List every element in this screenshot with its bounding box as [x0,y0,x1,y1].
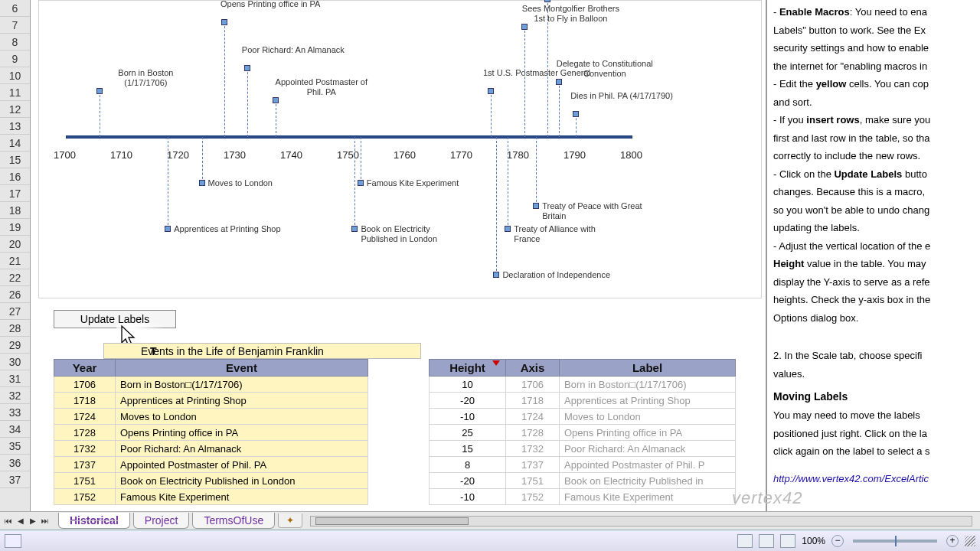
table-row[interactable]: 151732Poor Richard: An Almanack [430,441,736,457]
table-row[interactable]: 1737Appointed Postmaster of Phil. PA [54,457,368,473]
events-table[interactable]: Year Event 1706Born in Boston□(1/17/1706… [54,359,368,505]
table-row[interactable]: 251728Opens Printing office in PA [430,425,736,441]
row-header[interactable]: 37 [0,471,30,488]
row-header[interactable]: 31 [0,370,30,387]
row-header[interactable]: 17 [0,185,30,202]
row-header[interactable]: 11 [0,84,30,101]
event-marker[interactable] [199,180,205,186]
horizontal-scrollbar[interactable] [310,516,972,527]
timeline-chart[interactable]: 1700171017201730174017501760177017801790… [38,0,762,298]
event-marker[interactable] [96,88,103,94]
row-header[interactable]: 13 [0,118,30,135]
event-label[interactable]: Poor Richard: An Almanack [224,45,362,55]
view-layout-icon[interactable] [759,534,774,548]
sheet-tab-historical[interactable]: Historical [58,513,130,529]
tab-nav-first-icon[interactable]: ⏮ [3,516,14,527]
view-pagebreak-icon[interactable] [780,534,795,548]
event-label[interactable]: Born in Boston (1/17/1706) [77,68,214,88]
event-label[interactable]: Famous Kite Experiment [367,178,505,188]
row-header[interactable]: 19 [0,219,30,236]
row-header[interactable]: 14 [0,135,30,152]
event-marker[interactable] [544,0,550,2]
event-label[interactable]: Declaration of Independence [502,270,640,280]
tab-nav-last-icon[interactable]: ⏭ [40,516,51,527]
event-marker[interactable] [273,97,279,103]
event-label[interactable]: Appointed Postmaster of Phil. PA [253,77,390,97]
table-row[interactable]: 1751Book on Electricity Published in Lon… [54,473,368,489]
col-year[interactable]: Year [54,360,116,377]
table-row[interactable]: 1724Moves to London [54,409,368,425]
event-label[interactable]: Book on Electricity Published in London [361,224,498,244]
tab-nav-next-icon[interactable]: ▶ [28,516,38,527]
row-header[interactable]: 30 [0,354,30,370]
event-label[interactable]: Treaty of Peace with Great Britain [542,201,680,221]
table-row[interactable]: 101706Born in Boston□(1/17/1706) [430,377,736,393]
event-marker[interactable] [351,226,358,232]
zoom-out-button[interactable]: − [831,535,844,547]
col-event[interactable]: Event [116,360,368,377]
event-label[interactable]: Sees Montgolfier Brothers 1st to Fly in … [501,4,639,24]
table-row[interactable]: -201718Apprentices at Printing Shop [430,393,736,409]
event-marker[interactable] [493,272,499,278]
table-row[interactable]: 1718Apprentices at Printing Shop [54,393,368,409]
table-row[interactable]: -101724Moves to London [430,409,736,425]
row-header[interactable]: 6 [0,0,30,17]
table-row[interactable]: 81737Appointed Postmaster of Phil. P [430,457,736,473]
tab-nav-prev-icon[interactable]: ◀ [15,516,26,527]
event-marker[interactable] [488,88,494,94]
row-header[interactable]: 26 [0,286,30,303]
col-axis[interactable]: Axis [506,360,560,377]
row-header[interactable]: 10 [0,67,30,84]
row-header[interactable]: 7 [0,17,30,34]
sheet-tab-terms[interactable]: TermsOfUse [192,513,275,529]
row-header[interactable]: 12 [0,101,30,118]
table-row[interactable]: 1728Opens Printing office in PA [54,425,368,441]
row-header[interactable]: 21 [0,253,30,269]
event-marker[interactable] [573,111,579,117]
event-marker[interactable] [358,180,364,186]
event-label[interactable]: Delegate to Constitutional Convention [536,59,674,79]
col-label[interactable]: Label [560,360,736,377]
event-marker[interactable] [556,79,562,85]
table-row[interactable]: 1732Poor Richard: An Almanack [54,441,368,457]
table-row[interactable]: -201751Book on Electricity Published in [430,473,736,489]
update-labels-button[interactable]: Update Labels [54,310,176,328]
zoom-slider[interactable] [853,540,937,543]
event-marker[interactable] [221,19,227,25]
row-header[interactable]: 22 [0,269,30,286]
row-header[interactable]: 15 [0,152,30,168]
row-header[interactable]: 9 [0,51,30,67]
row-header[interactable]: 29 [0,337,30,354]
event-label[interactable]: Moves to London [208,178,346,188]
row-header[interactable]: 28 [0,320,30,337]
table-row[interactable]: 1752Famous Kite Experiment [54,489,368,505]
sheet-tab-project[interactable]: Project [133,513,190,529]
table-title-cell[interactable]: T Events in the Life of Benjamin Frankli… [103,343,421,359]
view-normal-icon[interactable] [737,534,753,548]
row-header[interactable]: 27 [0,303,30,320]
event-marker[interactable] [165,226,171,232]
event-label[interactable]: Dies in Phil. PA (4/17/1790) [553,91,691,101]
row-header[interactable]: 20 [0,236,30,253]
event-label[interactable]: Opens Printing office in PA [201,0,339,9]
event-label[interactable]: Apprentices at Printing Shop [174,224,312,234]
table-row[interactable]: 1706Born in Boston□(1/17/1706) [54,377,368,393]
zoom-in-button[interactable]: + [946,535,959,547]
labels-table[interactable]: Height Axis Label 101706Born in Boston□(… [429,359,736,505]
event-marker[interactable] [521,24,528,30]
event-label[interactable]: Treaty of Alliance with France [514,224,652,244]
row-header[interactable]: 8 [0,34,30,51]
new-sheet-icon[interactable]: ✦ [278,514,302,528]
row-header[interactable]: 36 [0,455,30,471]
row-header[interactable]: 18 [0,202,30,219]
table-row[interactable]: -101752Famous Kite Experiment [430,489,736,505]
event-marker[interactable] [244,65,250,71]
macro-record-icon[interactable] [5,534,21,548]
row-header[interactable]: 32 [0,387,30,404]
event-marker[interactable] [505,226,511,232]
event-marker[interactable] [533,203,539,209]
row-header[interactable]: 16 [0,168,30,185]
row-header[interactable]: 33 [0,404,30,421]
row-header[interactable]: 34 [0,421,30,438]
row-header[interactable]: 35 [0,438,30,455]
